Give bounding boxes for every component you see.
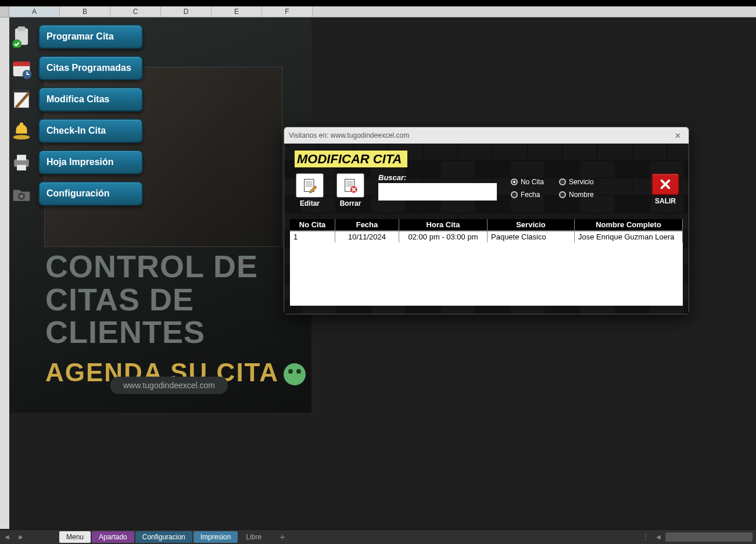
tab-scroll-left-icon[interactable]: ◄ xyxy=(655,533,662,541)
column-headers: A B C D E F xyxy=(0,6,756,17)
th-fecha[interactable]: Fecha xyxy=(335,219,399,231)
checkin-cita-button[interactable]: Check-In Cita xyxy=(38,119,143,143)
gear-folder-icon xyxy=(9,181,34,206)
tab-configuracion[interactable]: Configuracion xyxy=(135,531,192,543)
programar-cita-button[interactable]: Programar Cita xyxy=(38,24,143,49)
tab-libre[interactable]: Libre xyxy=(239,531,268,543)
notepad-icon xyxy=(9,87,34,112)
radio-nombre[interactable]: Nombre xyxy=(559,191,594,199)
th-nombre[interactable]: Nombre Completo xyxy=(575,219,683,231)
printer-icon xyxy=(9,150,34,174)
modifica-citas-button[interactable]: Modifica Citas xyxy=(38,87,143,112)
borrar-button[interactable] xyxy=(336,173,364,198)
radio-icon xyxy=(559,191,566,198)
horizontal-scrollbar[interactable] xyxy=(665,532,753,542)
radio-icon xyxy=(511,178,518,185)
search-input[interactable] xyxy=(378,183,497,201)
radio-icon xyxy=(511,191,518,198)
th-hora[interactable]: Hora Cita xyxy=(399,219,488,231)
select-all-corner[interactable] xyxy=(0,6,9,17)
table-row[interactable]: 1 10/11/2024 02:00 pm - 03:00 pm Paquete… xyxy=(290,231,683,242)
th-no-cita[interactable]: No Cita xyxy=(290,219,335,231)
close-icon[interactable]: ✕ xyxy=(671,130,684,141)
dialog-titlebar-text: Visitanos en: www.tugodindeexcel.com xyxy=(289,131,409,139)
editar-button[interactable] xyxy=(296,173,324,198)
tab-nav-prev-icon[interactable]: ◄ xyxy=(0,533,14,541)
row-headers xyxy=(0,17,9,529)
col-header[interactable]: E xyxy=(212,6,262,17)
col-header[interactable]: F xyxy=(262,6,313,17)
face-icon xyxy=(284,363,306,385)
svg-point-13 xyxy=(20,195,23,198)
sheet-tabs: ◄ ► Menu Apartado Configuracion Impresio… xyxy=(0,530,756,544)
add-sheet-icon[interactable]: ＋ xyxy=(278,531,287,543)
tab-nav-next-icon[interactable]: ► xyxy=(14,533,28,541)
hoja-impresion-button[interactable]: Hoja Impresión xyxy=(38,150,143,174)
svg-rect-10 xyxy=(17,155,26,160)
svg-rect-1 xyxy=(18,27,26,31)
col-header[interactable]: B xyxy=(60,6,110,17)
dialog-heading: MODIFICAR CITA xyxy=(295,151,407,167)
radio-fecha[interactable]: Fecha xyxy=(511,191,544,199)
clipboard-check-icon xyxy=(9,24,34,49)
banner-url: www.tugodindeexcel.com xyxy=(110,377,228,394)
banner-line2: CITAS DE CLIENTES xyxy=(45,283,311,349)
svg-rect-11 xyxy=(17,165,26,171)
buscar-label: Buscar: xyxy=(378,173,497,182)
borrar-label: Borrar xyxy=(334,199,367,207)
tab-menu[interactable]: Menu xyxy=(59,531,91,543)
appointments-table: No Cita Fecha Hora Cita Servicio Nombre … xyxy=(290,219,683,306)
svg-point-7 xyxy=(13,135,30,139)
radio-no-cita[interactable]: No Cita xyxy=(511,178,544,186)
th-servicio[interactable]: Servicio xyxy=(488,219,575,231)
editar-label: Editar xyxy=(293,199,326,207)
citas-programadas-button[interactable]: Citas Programadas xyxy=(38,56,143,80)
col-header[interactable]: A xyxy=(9,6,60,17)
app-top-strip xyxy=(0,0,756,6)
bell-icon xyxy=(9,119,34,143)
calendar-icon xyxy=(9,56,34,80)
col-header[interactable]: C xyxy=(110,6,161,17)
tab-impresion[interactable]: Impresion xyxy=(194,531,238,543)
tab-apartado[interactable]: Apartado xyxy=(92,531,134,543)
radio-servicio[interactable]: Servicio xyxy=(559,178,594,186)
banner-line1: CONTROL DE xyxy=(45,250,311,283)
radio-icon xyxy=(559,178,566,185)
salir-label: SALIR xyxy=(651,197,679,205)
configuracion-button[interactable]: Configuración xyxy=(38,181,143,206)
modificar-cita-dialog: Visitanos en: www.tugodindeexcel.com ✕ M… xyxy=(284,127,689,314)
salir-button[interactable] xyxy=(651,173,679,195)
dialog-titlebar[interactable]: Visitanos en: www.tugodindeexcel.com ✕ xyxy=(284,127,689,144)
col-header[interactable]: D xyxy=(161,6,212,17)
svg-rect-4 xyxy=(13,62,30,66)
svg-point-8 xyxy=(20,123,23,126)
tab-divider-icon: ⋮ xyxy=(642,533,649,541)
